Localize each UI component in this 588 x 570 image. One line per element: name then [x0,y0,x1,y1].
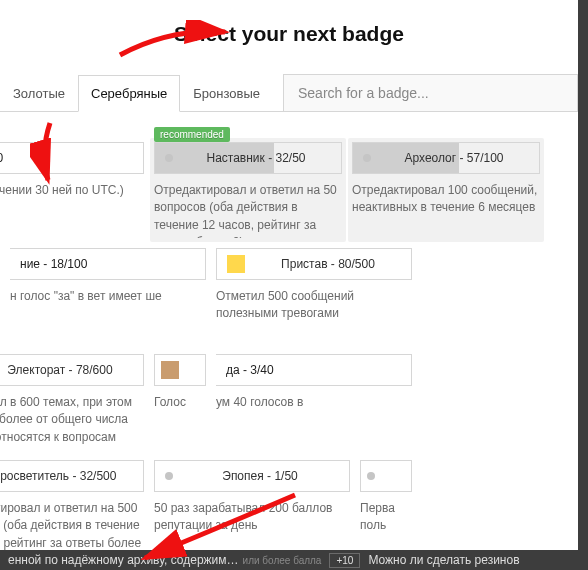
badge-card[interactable]: Голос [154,354,206,450]
badge-card-header: Просветитель - 32/500 [0,460,144,492]
badge-progress-square [227,255,245,273]
badge-description: Отредактировал и ответил на 500 вопросов… [0,500,144,556]
badge-description: Отредактировал и ответил на 50 вопросов … [154,182,342,238]
badge-card[interactable]: ние - 18/100н голос "за" в вет имеет ше [10,248,206,344]
badge-card[interactable]: Пристав - 80/500Отметил 500 сообщений по… [216,248,412,344]
recommended-pill: recommended [154,127,230,142]
badge-card[interactable]: Просветитель - 32/500Отредактировал и от… [0,460,144,556]
tab-gold[interactable]: Золотые [0,75,78,112]
badge-description: н голос "за" в вет имеет ше [10,288,206,344]
badge-modal: Select your next badge Золотые Серебряны… [0,0,578,550]
badge-card-header: Наставник - 32/50 [154,142,342,174]
annotation-arrow-top [115,20,235,60]
badge-description: Отметил 500 сообщений полезными тревогам… [216,288,412,344]
search-wrap: Search for a badge... [283,74,578,112]
badge-name: да - 3/40 [226,363,401,377]
badge-card-header: Пристав - 80/500 [216,248,412,280]
badge-progress-square [161,361,179,379]
badge-description: Перва поль [360,500,412,556]
badge-name: Пристав - 80/500 [255,257,401,271]
badge-name: ние - 18/100 [20,257,195,271]
search-input[interactable]: Search for a badge... [283,74,578,112]
badge-card[interactable]: г - 20/30евно в течении 30 ней по UTC.) [0,142,144,238]
badge-name: Археолог - 57/100 [379,151,529,165]
badge-description: ум 40 голосов в [216,394,412,450]
tab-bronze[interactable]: Бронзовые [180,75,273,112]
tab-silver[interactable]: Серебряные [78,75,180,112]
annotation-arrow-left [30,118,70,188]
badge-name: Просветитель - 32/500 [0,469,133,483]
badge-dot-icon [367,472,375,480]
badge-card-header: да - 3/40 [216,354,412,386]
badge-dot-icon [165,472,173,480]
badge-description: Голос [154,394,206,450]
badge-card-header: Эпопея - 1/50 [154,460,350,492]
badge-card[interactable]: Археолог - 57/100Отредактировал 100 сооб… [348,138,544,242]
badge-card-header: ние - 18/100 [10,248,206,280]
bg-text-right: Можно ли сделать резинов [368,553,519,567]
rep-badge: +10 [329,553,360,568]
badge-card[interactable]: да - 3/40ум 40 голосов в [216,354,412,450]
badge-name: Эпопея - 1/50 [181,469,339,483]
annotation-arrow-bottom [135,490,305,565]
badge-card-header: г - 20/30 [0,142,144,174]
tabs-row: Золотые Серебряные Бронзовые Search for … [0,74,578,112]
badge-card-header: Археолог - 57/100 [352,142,540,174]
badge-name: Электорат - 78/600 [0,363,133,377]
modal-title: Select your next badge [0,22,578,46]
badge-card[interactable]: Электорат - 78/600Голосовал в 600 темах,… [0,354,144,450]
badge-description: евно в течении 30 ней по UTC.) [0,182,144,238]
badge-description: Отредактировал 100 сообщений, неактивных… [352,182,540,238]
badge-card-header [360,460,412,492]
badge-dot-icon [363,154,371,162]
badge-dot-icon [165,154,173,162]
badge-name: Наставник - 32/50 [181,151,331,165]
badge-description: Голосовал в 600 темах, при этом 25% или … [0,394,144,450]
badge-card[interactable]: recommendedНаставник - 32/50Отредактиров… [150,138,346,242]
badge-card-header: Электорат - 78/600 [0,354,144,386]
badge-card[interactable]: Перва поль [360,460,412,556]
badge-card-header [154,354,206,386]
